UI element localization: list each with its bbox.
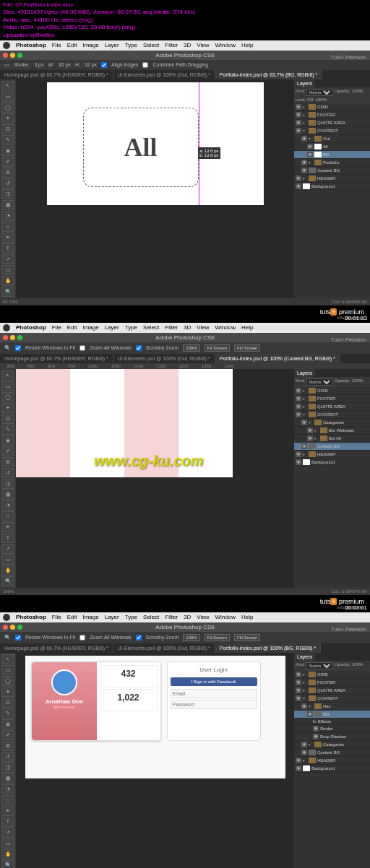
eye-icon[interactable]: 👁 [296, 695, 301, 701]
marquee-tool[interactable]: ▭ [1, 381, 14, 391]
layer-content[interactable]: 👁▾CONTENT [294, 411, 370, 419]
gradient-tool[interactable]: ▦ [1, 200, 14, 210]
shape-tool[interactable]: ▭ [1, 555, 14, 565]
menu-layer[interactable]: Layer [105, 42, 119, 48]
layer-footer[interactable]: 👁▸FOOTER [294, 111, 370, 119]
layer-quote[interactable]: 👁▸QUOTE AREA [294, 119, 370, 127]
eye-icon[interactable]: 👁 [301, 160, 307, 165]
maximize-icon[interactable] [17, 53, 22, 58]
apple-icon[interactable] [3, 42, 10, 49]
eye-icon[interactable]: 👁 [307, 435, 313, 441]
eye-icon[interactable]: 👁 [313, 734, 319, 739]
hand-tool[interactable]: ✋ [1, 276, 14, 286]
menu-image[interactable]: Image [82, 614, 98, 620]
resize-checkbox[interactable] [15, 345, 21, 351]
menu-file[interactable]: File [52, 614, 61, 620]
menu-3d[interactable]: 3D [184, 614, 191, 620]
eye-icon[interactable]: 👁 [301, 420, 307, 425]
eye-icon[interactable]: 👁 [301, 136, 307, 142]
layer-fx-stroke[interactable]: 👁Stroke [294, 725, 370, 733]
wand-tool[interactable]: ✦ [1, 403, 14, 413]
layer-grid[interactable]: 👁▸GRID [294, 103, 370, 111]
canvas[interactable]: Jonathan Doe @jonnydoe 432Articles 1,022… [25, 656, 285, 778]
heal-tool[interactable]: ◉ [1, 719, 14, 729]
tab-ui-elements[interactable]: UI-Elements.psd @ 100% (Out, RGB/8) * [113, 70, 215, 79]
wand-tool[interactable]: ✦ [1, 113, 14, 123]
fx-icon[interactable]: fx [313, 719, 317, 724]
menu-select[interactable]: Select [143, 324, 159, 331]
menu-layer[interactable]: Layer [105, 324, 119, 331]
history-brush-tool[interactable]: ↺ [1, 468, 14, 478]
eye-icon[interactable]: 👁 [296, 687, 301, 693]
menu-help[interactable]: Help [241, 614, 253, 620]
history-brush-tool[interactable]: ↺ [1, 752, 14, 762]
pen-tool[interactable]: ✒ [1, 233, 14, 243]
menu-file[interactable]: File [52, 324, 61, 331]
stamp-tool[interactable]: ⊞ [1, 741, 14, 751]
layer-nav[interactable]: 👁▾Nav [294, 703, 370, 711]
brush-tool[interactable]: ✐ [1, 730, 14, 740]
canvas-area[interactable]: Jonathan Doe @jonnydoe 432Articles 1,022… [16, 653, 294, 868]
stroke-value[interactable]: 3 px [34, 62, 43, 67]
menu-help[interactable]: Help [241, 324, 253, 331]
layer-btn-all[interactable]: 👁▸Btn All [294, 435, 370, 443]
eye-icon[interactable]: 👁 [307, 144, 313, 149]
move-tool[interactable]: ↖ [1, 370, 14, 381]
scrubby-checkbox[interactable] [136, 635, 142, 641]
canvas-area[interactable] [16, 369, 294, 588]
tab-homepage[interactable]: Homepage.psd @ 66.7% (HEADER, RGB/8) * [0, 354, 113, 363]
eye-icon[interactable]: 👁 [307, 428, 313, 433]
tab-ui-elements[interactable]: UI-Elements.psd @ 100% (Out, RGB/8) * [113, 354, 215, 363]
stamp-tool[interactable]: ⊞ [1, 457, 14, 467]
eyedropper-tool[interactable]: ✎ [1, 425, 14, 435]
eye-icon[interactable]: 👁 [296, 104, 301, 110]
layers-tab[interactable]: Layers [294, 369, 315, 377]
fit-screen-button[interactable]: Fit Screen [205, 634, 230, 641]
guide-vertical[interactable] [199, 82, 199, 205]
apple-icon[interactable] [3, 324, 10, 331]
layer-quote[interactable]: 👁▸QUOTE AREA [294, 403, 370, 411]
eye-icon[interactable]: 👁 [301, 703, 307, 709]
menu-filter[interactable]: Filter [165, 614, 178, 620]
blur-tool[interactable]: ◔ [1, 211, 14, 221]
tool-preset-icon[interactable]: ▭ [4, 62, 9, 68]
dodge-tool[interactable]: ☼ [1, 795, 14, 805]
crop-tool[interactable]: ⊡ [1, 124, 14, 134]
type-tool[interactable]: T [1, 817, 14, 827]
layer-content[interactable]: 👁▾CONTENT [294, 127, 370, 135]
marquee-tool[interactable]: ▭ [1, 665, 14, 675]
layer-btn-websites[interactable]: 👁▸Btn Websites [294, 427, 370, 435]
menu-edit[interactable]: Edit [67, 324, 77, 331]
menu-type[interactable]: Type [125, 324, 137, 331]
minimize-icon[interactable] [10, 335, 15, 340]
tab-portfolio[interactable]: Portfolio-Index.psd @ 83.7% (BG, RGB/8) … [215, 70, 323, 79]
layer-header[interactable]: 👁▸HEADER [294, 757, 370, 765]
layer-content-bg-selected[interactable]: 👁Content BG [294, 443, 370, 451]
brush-tool[interactable]: ✐ [1, 157, 14, 167]
menu-edit[interactable]: Edit [67, 614, 77, 620]
eye-icon[interactable]: 👁 [301, 443, 307, 449]
layer-out[interactable]: 👁▾Out [294, 135, 370, 143]
fit-screen-button[interactable]: Fit Screen [205, 344, 230, 352]
layer-background[interactable]: 👁Background [294, 183, 370, 191]
tab-portfolio[interactable]: Portfolio-Index.psd @ 100% (BG, RGB/8) * [215, 643, 322, 653]
zoom-tool[interactable]: 🔍 [1, 576, 14, 586]
move-tool[interactable]: ↖ [1, 654, 14, 664]
tab-homepage[interactable]: Homepage.psd @ 66.7% (HEADER, RGB/8) * [0, 643, 113, 653]
zoom-tool-icon[interactable]: 🔍 [4, 635, 11, 641]
menu-window[interactable]: Window [215, 42, 236, 48]
eye-icon[interactable]: 👁 [296, 412, 301, 417]
eye-icon[interactable]: 👁 [307, 152, 313, 157]
layer-bg-selected[interactable]: 👁BG [294, 711, 370, 719]
pen-tool[interactable]: ✒ [1, 806, 14, 816]
tab-portfolio[interactable]: Portfolio-Index.psd @ 100% (Content BG, … [215, 354, 340, 363]
eye-icon[interactable]: 👁 [307, 711, 313, 717]
path-tool[interactable]: ↗ [1, 544, 14, 554]
menu-view[interactable]: View [197, 324, 209, 331]
app-name[interactable]: Photoshop [16, 42, 46, 48]
layer-footer[interactable]: 👁▸FOOTER [294, 395, 370, 403]
menu-file[interactable]: File [52, 42, 61, 48]
blend-mode-select[interactable]: Normal [306, 378, 333, 386]
eye-icon[interactable]: 👁 [296, 672, 301, 677]
layer-categories[interactable]: 👁▸Categories [294, 741, 370, 749]
